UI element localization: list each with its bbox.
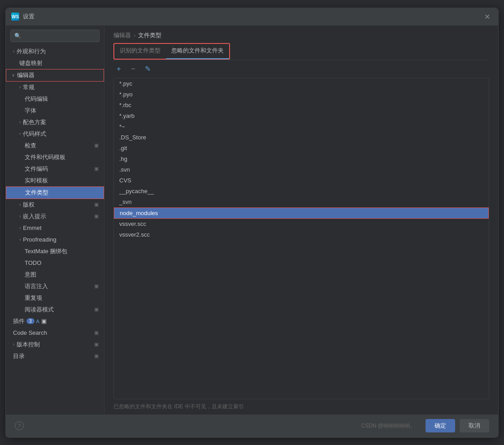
sidebar-item-label: Code Search <box>13 329 47 336</box>
sidebar-item-label: 目录 <box>13 352 25 360</box>
breadcrumb: 编辑器 › 文件类型 <box>104 26 498 43</box>
sidebar-item-appearance[interactable]: › 外观和行为 <box>6 46 104 57</box>
sidebar-item-label: Proofreading <box>23 236 56 243</box>
sidebar-item-font[interactable]: 字体 <box>6 105 104 117</box>
sidebar-item-code-editing[interactable]: 代码编辑 <box>6 93 104 105</box>
list-toolbar: + − ✎ <box>104 60 498 78</box>
chevron-right-icon: › <box>19 85 21 90</box>
tab-ignored[interactable]: 忽略的文件和文件夹 <box>166 44 229 59</box>
sidebar-item-label: 插件 <box>13 317 25 325</box>
app-icon: WS <box>11 13 19 21</box>
list-item[interactable]: *~ <box>114 121 489 132</box>
cancel-button[interactable]: 取消 <box>460 419 489 432</box>
sidebar-item-plugins[interactable]: 插件 3 A ▣ <box>6 315 104 327</box>
list-item[interactable]: .svn <box>114 164 489 175</box>
sidebar-item-color-scheme[interactable]: › 配色方案 <box>6 117 104 128</box>
chevron-right-icon: › <box>19 225 21 230</box>
sidebar-item-label: 语言注入 <box>25 282 48 290</box>
search-icon: 🔍 <box>14 33 21 39</box>
settings-icon: ▣ <box>94 341 99 347</box>
tab-recognized[interactable]: 识别的文件类型 <box>114 44 166 59</box>
sidebar-item-directory[interactable]: 目录 ▣ <box>6 350 104 362</box>
sidebar-item-copyright[interactable]: › 版权 ▣ <box>6 199 104 211</box>
plugins-badge: 3 <box>26 318 35 324</box>
sidebar-item-keymap[interactable]: 键盘映射 <box>6 57 104 69</box>
sidebar-item-code-style[interactable]: › 代码样式 <box>6 128 104 140</box>
sidebar-item-inlay-hints[interactable]: › 嵌入提示 ▣ <box>6 211 104 222</box>
list-item[interactable]: _svn <box>114 197 489 207</box>
ok-button[interactable]: 确定 <box>426 419 455 432</box>
list-item[interactable]: *.yarb <box>114 111 489 121</box>
sidebar-item-reader-mode[interactable]: 阅读器模式 ▣ <box>6 304 104 315</box>
sidebar-item-language-inject[interactable]: 语言注入 ▣ <box>6 281 104 292</box>
sidebar-item-todo[interactable]: TODO <box>6 257 104 269</box>
chevron-right-icon: › <box>13 342 14 347</box>
settings-icon: ▣ <box>94 143 99 148</box>
sidebar-item-label: 文件和代码模板 <box>25 153 65 161</box>
sidebar-item-label: 重复项 <box>25 294 42 302</box>
list-item[interactable]: .git <box>114 143 489 154</box>
chevron-down-icon: ∨ <box>12 73 15 78</box>
settings-icon: ▣ <box>94 283 99 289</box>
list-item[interactable]: __pycache__ <box>114 186 489 197</box>
search-box[interactable]: 🔍 <box>10 30 100 42</box>
sidebar-item-file-encoding[interactable]: 文件编码 ▣ <box>6 163 104 175</box>
sidebar-item-version-control[interactable]: › 版本控制 ▣ <box>6 339 104 350</box>
chevron-right-icon: › <box>13 49 14 54</box>
sidebar-item-label: 键盘映射 <box>19 59 43 67</box>
sidebar-item-label: Emmet <box>23 225 41 231</box>
list-item-node-modules[interactable]: node_modules <box>114 207 489 219</box>
sidebar-item-label: 代码编辑 <box>25 95 48 103</box>
sidebar-item-label: 版权 <box>23 201 35 209</box>
sidebar-item-textmate[interactable]: TextMate 捆绑包 <box>6 246 104 257</box>
sidebar-item-general[interactable]: › 常规 <box>6 82 104 93</box>
list-item[interactable]: vssver.scc <box>114 219 489 229</box>
sidebar-item-label: 检查 <box>25 142 36 150</box>
sidebar-item-inspections[interactable]: 检查 ▣ <box>6 140 104 151</box>
main-panel: 编辑器 › 文件类型 识别的文件类型 忽略的文件和文件夹 <box>104 26 498 414</box>
sidebar-item-file-types[interactable]: 文件类型 <box>6 186 104 199</box>
sidebar-item-label: 字体 <box>25 107 36 115</box>
sidebar-item-label: 实时模板 <box>25 177 48 185</box>
settings-icon: ▣ <box>94 353 99 359</box>
main-content: 🔍 › 外观和行为 键盘映射 ∨ 编辑器 › 常规 <box>6 26 498 414</box>
chevron-right-icon: › <box>19 202 21 207</box>
add-button[interactable]: + <box>113 64 124 74</box>
list-item[interactable]: CVS <box>114 175 489 186</box>
sidebar-item-live-template[interactable]: 实时模板 <box>6 175 104 186</box>
edit-button[interactable]: ✎ <box>142 64 153 74</box>
remove-button[interactable]: − <box>128 64 139 74</box>
sidebar-item-duplicates[interactable]: 重复项 <box>6 292 104 304</box>
title-bar: WS 设置 ✕ <box>6 8 498 26</box>
sidebar-item-label: 阅读器模式 <box>25 306 54 314</box>
list-item[interactable]: *.pyo <box>114 89 489 100</box>
list-item[interactable]: *.rbc <box>114 100 489 111</box>
list-item[interactable]: .DS_Store <box>114 132 489 143</box>
sidebar-item-label: 嵌入提示 <box>23 212 46 220</box>
sidebar-item-intention[interactable]: 意图 <box>6 269 104 281</box>
breadcrumb-current: 文件类型 <box>138 31 161 39</box>
footer-note: 已忽略的文件和文件夹在 IDE 中不可见，且未建立索引 <box>104 399 498 414</box>
search-input[interactable] <box>23 33 96 39</box>
settings-icon: ▣ <box>94 166 99 172</box>
sidebar-item-label: 版本控制 <box>17 341 40 349</box>
list-item[interactable]: *.pyc <box>114 78 489 89</box>
sidebar-item-emmet[interactable]: › Emmet <box>6 222 104 234</box>
list-item[interactable]: .hg <box>114 154 489 164</box>
breadcrumb-separator: › <box>134 32 135 39</box>
sidebar-item-label: TextMate 捆绑包 <box>25 247 67 255</box>
sidebar-item-file-template[interactable]: 文件和代码模板 <box>6 151 104 163</box>
sidebar: 🔍 › 外观和行为 键盘映射 ∨ 编辑器 › 常规 <box>6 26 104 414</box>
close-button[interactable]: ✕ <box>482 12 493 22</box>
list-item[interactable]: vssver2.scc <box>114 229 489 240</box>
help-button[interactable]: ? <box>15 421 24 430</box>
sidebar-item-code-search[interactable]: Code Search ▣ <box>6 327 104 339</box>
chevron-right-icon: › <box>19 237 21 242</box>
sidebar-item-proofreading[interactable]: › Proofreading <box>6 234 104 246</box>
lang-icon: A <box>36 319 39 324</box>
settings-icon: ▣ <box>94 202 99 207</box>
window-title: 设置 <box>23 13 482 21</box>
chevron-right-icon: › <box>19 131 21 136</box>
sidebar-item-label: 意图 <box>25 271 36 279</box>
sidebar-item-editor[interactable]: ∨ 编辑器 <box>6 69 104 82</box>
